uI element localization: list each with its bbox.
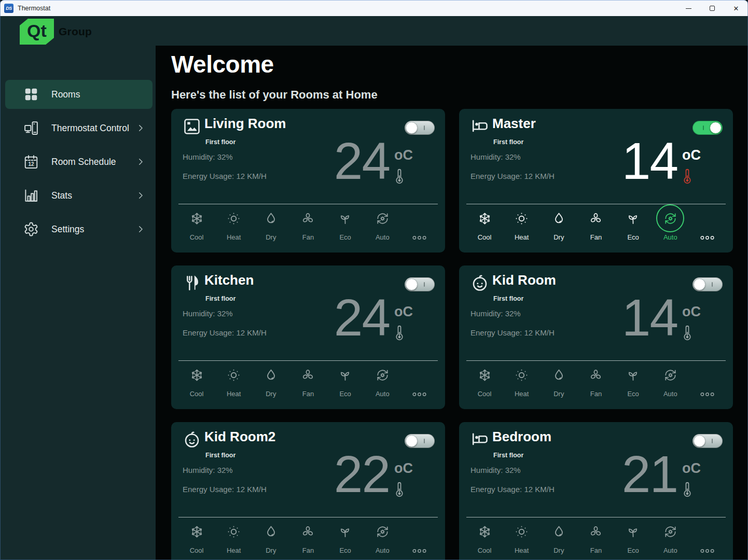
room-floor: First floor (205, 295, 236, 302)
bed-icon (470, 430, 489, 449)
energy-usage-label: Energy Usage: 12 KM/H (183, 328, 267, 337)
temperature-value: 24 (334, 130, 390, 192)
thermometer-icon (683, 481, 691, 498)
mode-auto-button[interactable]: Auto (652, 204, 688, 242)
mode-dry-button[interactable]: Dry (541, 361, 577, 398)
sun-icon (515, 525, 529, 539)
more-icon (700, 390, 714, 398)
mode-fan-button[interactable]: Fan (578, 517, 614, 555)
baby-icon (183, 430, 201, 449)
temperature-unit: oC (394, 147, 413, 163)
temperature: 21 oC (622, 443, 701, 505)
window-controls: ✕ (676, 1, 748, 17)
maximize-button[interactable] (700, 1, 724, 17)
room-floor: First floor (205, 452, 236, 459)
toggle-knob (710, 122, 722, 134)
chevron-right-icon (136, 157, 145, 166)
mode-heat-button[interactable]: Heat (504, 517, 540, 555)
mode-cool-button[interactable]: Cool (466, 517, 503, 555)
more-options-button[interactable] (689, 204, 726, 242)
mode-dry-button[interactable]: Dry (541, 517, 577, 555)
more-icon (412, 233, 426, 242)
mode-auto-button[interactable]: Auto (652, 517, 688, 555)
eco-icon (626, 525, 640, 539)
mode-auto-button[interactable]: Auto (652, 361, 688, 398)
chevron-right-icon (136, 225, 145, 234)
sidebar-item-stats[interactable]: Stats (5, 181, 153, 210)
temperature-value: 22 (334, 443, 390, 505)
sun-icon (515, 212, 529, 226)
mode-dry-button[interactable]: Dry (253, 204, 289, 242)
qt-logo-icon: Qt (20, 19, 54, 45)
temperature-value: 24 (334, 286, 390, 348)
more-options-button[interactable] (689, 517, 726, 555)
mode-eco-button[interactable]: Eco (327, 204, 364, 242)
chevron-right-icon (136, 191, 145, 200)
page-title: Welcome (171, 51, 733, 78)
mode-cool-button[interactable]: Cool (466, 361, 503, 398)
room-name: Master (492, 116, 536, 132)
more-options-button[interactable] (689, 361, 726, 398)
mode-fan-button[interactable]: Fan (290, 517, 326, 555)
mode-buttons: Cool Heat Dry Fan Eco Auto (466, 204, 726, 242)
minimize-button[interactable] (676, 1, 700, 17)
more-options-button[interactable] (401, 204, 438, 242)
mode-dry-button[interactable]: Dry (253, 361, 289, 398)
mode-eco-button[interactable]: Eco (615, 361, 652, 398)
mode-eco-button[interactable]: Eco (615, 204, 652, 242)
sidebar-item-settings[interactable]: Settings (5, 215, 153, 244)
close-button[interactable]: ✕ (724, 1, 748, 17)
temperature-value: 21 (622, 443, 677, 505)
mode-fan-button[interactable]: Fan (290, 361, 326, 398)
mode-eco-button[interactable]: Eco (615, 517, 652, 555)
mode-auto-button[interactable]: Auto (364, 361, 400, 398)
more-icon (700, 233, 714, 242)
mode-auto-button[interactable]: Auto (364, 517, 400, 555)
sidebar-nav: Rooms Thermostat Control 12 Room Schedul… (0, 80, 156, 244)
mode-heat-button[interactable]: Heat (216, 517, 252, 555)
eco-icon (626, 368, 640, 382)
mode-auto-button[interactable]: Auto (364, 204, 400, 242)
more-options-button[interactable] (401, 517, 438, 555)
fan-icon (589, 212, 603, 226)
mode-heat-button[interactable]: Heat (216, 361, 252, 398)
mode-heat-button[interactable]: Heat (216, 204, 252, 242)
picture-icon (183, 117, 201, 136)
sidebar-item-rooms[interactable]: Rooms (5, 80, 153, 109)
mode-cool-button[interactable]: Cool (178, 204, 215, 242)
room-floor: First floor (493, 452, 523, 459)
app-icon: DS (4, 4, 13, 13)
mode-fan-button[interactable]: Fan (578, 361, 614, 398)
mode-fan-button[interactable]: Fan (578, 204, 614, 242)
mode-eco-button[interactable]: Eco (327, 361, 364, 398)
mode-dry-button[interactable]: Dry (541, 204, 577, 242)
mode-cool-button[interactable]: Cool (466, 204, 503, 242)
droplet-icon (552, 525, 566, 539)
mode-fan-button[interactable]: Fan (290, 204, 326, 242)
humidity-label: Humidity: 32% (183, 466, 233, 474)
snowflake-icon (190, 368, 204, 382)
thermometer-icon (395, 168, 404, 185)
thermometer-icon (395, 481, 404, 498)
room-card: Kid Room First floor Humidity: 32% Energ… (459, 265, 733, 409)
mode-cool-button[interactable]: Cool (178, 517, 215, 555)
mode-heat-button[interactable]: Heat (504, 204, 540, 242)
sidebar-item-thermostat-control[interactable]: Thermostat Control (5, 114, 153, 143)
energy-usage-label: Energy Usage: 12 KM/H (470, 485, 555, 494)
more-icon (412, 547, 426, 555)
snowflake-icon (478, 368, 492, 382)
mode-eco-button[interactable]: Eco (327, 517, 364, 555)
droplet-icon (552, 212, 566, 226)
maximize-icon (710, 6, 715, 11)
temperature-unit: oC (682, 460, 701, 476)
bed-icon (470, 117, 489, 136)
mode-dry-button[interactable]: Dry (253, 517, 289, 555)
humidity-label: Humidity: 32% (470, 309, 521, 318)
room-card: Kid Room2 First floor Humidity: 32% Ener… (171, 422, 445, 560)
mode-cool-button[interactable]: Cool (178, 361, 215, 398)
mode-heat-button[interactable]: Heat (504, 361, 540, 398)
mode-buttons: Cool Heat Dry Fan Eco Auto (466, 517, 726, 555)
more-options-button[interactable] (401, 361, 438, 398)
sidebar-item-room-schedule[interactable]: 12 Room Schedule (5, 147, 153, 176)
window-titlebar: DS Thermostat ✕ (0, 0, 748, 16)
